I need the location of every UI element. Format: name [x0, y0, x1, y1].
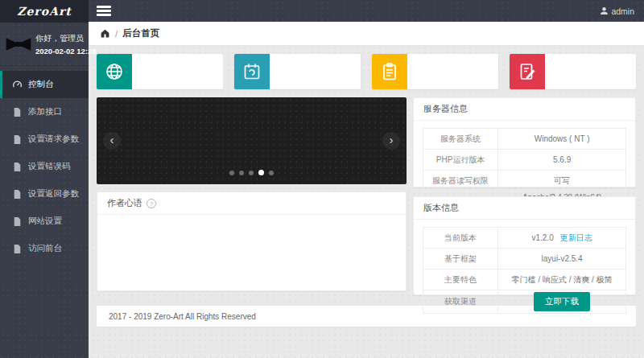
row-label: 服务器系统 — [423, 129, 498, 150]
stat-card-clipboard[interactable] — [372, 54, 498, 89]
server-info-panel: 服务器信息 服务器系统 Windows ( NT ) PHP运行版本 5.6.9… — [413, 97, 636, 187]
row-value-writable: 可写 — [498, 171, 626, 191]
row-value: 5.6.9 — [498, 150, 626, 171]
table-row: 主要特色 零门槛 / 响应式 / 清爽 / 极简 — [423, 270, 626, 290]
sidebar-item-label: 添加接口 — [28, 106, 62, 117]
row-label: 获取渠道 — [423, 290, 498, 314]
file-icon — [12, 216, 23, 227]
carousel-dot-active[interactable] — [258, 170, 264, 175]
question-circle-icon[interactable]: ? — [147, 199, 156, 208]
version-info-table: 当前版本 v1.2.0更新日志 基于框架 layui-v2.5.4 主要特色 零… — [423, 227, 626, 314]
author-panel: 作者心语 ? — [97, 191, 407, 291]
version-number: v1.2.0 — [531, 233, 553, 242]
sidebar-item-console[interactable]: 控制台 — [0, 71, 89, 98]
user-datetime: 2020-02-02 12:28 — [35, 47, 97, 56]
sidebar-item-error-codes[interactable]: 设置错误码 — [0, 153, 89, 180]
row-label: 服务器读写权限 — [423, 171, 498, 191]
table-row: 服务器系统 Windows ( NT ) — [423, 129, 626, 150]
app-logo: ZeroArt — [0, 0, 89, 23]
sidebar-item-label: 设置错误码 — [28, 161, 71, 172]
bowtie-avatar-icon — [5, 35, 32, 53]
row-label: PHP运行版本 — [423, 150, 498, 171]
left-column: ‹ › 作者心语 ? — [97, 97, 407, 295]
calendar-icon — [242, 62, 262, 81]
person-icon — [600, 6, 609, 15]
row-value: Windows ( NT ) — [498, 129, 626, 150]
version-panel-title: 版本信息 — [423, 202, 459, 214]
sidebar-item-visit-frontend[interactable]: 访问前台 — [0, 235, 89, 262]
sidebar: ZeroArt 你好，管理员 2020-02-02 12:28 控制台 添加接口… — [0, 0, 89, 358]
carousel-dot[interactable] — [269, 171, 274, 175]
right-column: 服务器信息 服务器系统 Windows ( NT ) PHP运行版本 5.6.9… — [413, 97, 636, 295]
breadcrumb: / 后台首页 — [89, 22, 644, 46]
edit-document-icon — [518, 62, 537, 81]
carousel-dot[interactable] — [249, 171, 254, 175]
sidebar-item-label: 网站设置 — [28, 216, 62, 227]
sidebar-item-label: 控制台 — [28, 79, 54, 90]
stat-card-calendar[interactable] — [234, 54, 361, 89]
file-icon — [12, 134, 23, 145]
row-label: 基于框架 — [423, 249, 498, 270]
copyright-text: 2017 - 2019 Zero-Art All Rights Reserved — [109, 312, 256, 321]
row-value: 零门槛 / 响应式 / 清爽 / 极简 — [498, 270, 626, 290]
user-block: 你好，管理员 2020-02-02 12:28 — [0, 23, 89, 66]
globe-icon — [105, 62, 124, 81]
table-row: 服务器读写权限 可写 — [423, 171, 626, 191]
row-value: 立即下载 — [498, 290, 626, 314]
topbar-username: admin — [611, 6, 634, 16]
stat-cards-row — [97, 54, 636, 89]
version-info-panel: 版本信息 当前版本 v1.2.0更新日志 基于框架 layui-v2.5.4 主… — [413, 196, 636, 295]
sidebar-item-return-params[interactable]: 设置返回参数 — [0, 180, 89, 208]
sidebar-item-site-settings[interactable]: 网站设置 — [0, 208, 89, 235]
sidebar-item-label: 访问前台 — [28, 243, 62, 254]
topbar-user-menu[interactable]: admin — [600, 6, 634, 16]
sidebar-item-label: 设置请求参数 — [28, 134, 79, 145]
breadcrumb-current: 后台首页 — [122, 27, 159, 39]
file-icon — [12, 162, 23, 172]
clipboard-icon — [380, 62, 399, 81]
download-button[interactable]: 立即下载 — [534, 292, 590, 311]
row-label: 当前版本 — [423, 228, 498, 249]
hamburger-icon[interactable] — [97, 4, 111, 19]
content: ‹ › 作者心语 ? 服务器信息 — [89, 46, 644, 358]
home-icon[interactable] — [100, 28, 110, 39]
row-label: 主要特色 — [423, 270, 498, 290]
row-value: v1.2.0更新日志 — [498, 228, 626, 249]
table-row: 获取渠道 立即下载 — [423, 290, 626, 314]
main-region: admin / 后台首页 — [89, 0, 644, 358]
user-greeting: 你好，管理员 — [35, 33, 97, 44]
file-icon — [12, 244, 23, 254]
table-row: 基于框架 layui-v2.5.4 — [423, 249, 626, 270]
carousel-prev-button[interactable]: ‹ — [103, 132, 121, 150]
stat-card-globe[interactable] — [97, 54, 223, 89]
carousel-dot[interactable] — [239, 171, 244, 175]
carousel-dot[interactable] — [229, 171, 234, 175]
table-row: PHP运行版本 5.6.9 — [423, 150, 626, 171]
file-icon — [12, 107, 23, 117]
breadcrumb-separator: / — [115, 29, 118, 39]
carousel-dots — [97, 164, 407, 179]
file-icon — [12, 189, 23, 200]
server-panel-title: 服务器信息 — [423, 103, 468, 115]
author-panel-title: 作者心语 — [107, 197, 142, 209]
topbar: admin — [89, 0, 644, 22]
table-row: 当前版本 v1.2.0更新日志 — [423, 228, 626, 249]
sidebar-item-request-params[interactable]: 设置请求参数 — [0, 126, 89, 153]
stat-card-edit[interactable] — [510, 54, 636, 89]
row-value: layui-v2.5.4 — [498, 249, 626, 270]
sidebar-item-label: 设置返回参数 — [28, 188, 79, 200]
dashboard-icon — [12, 80, 23, 90]
carousel-next-button[interactable]: › — [382, 132, 400, 150]
sidebar-item-add-api[interactable]: 添加接口 — [0, 98, 89, 126]
changelog-link[interactable]: 更新日志 — [560, 233, 592, 242]
carousel: ‹ › — [97, 97, 407, 184]
sidebar-menu: 控制台 添加接口 设置请求参数 设置错误码 设置返回参数 网站设置 访问前台 — [0, 71, 89, 262]
